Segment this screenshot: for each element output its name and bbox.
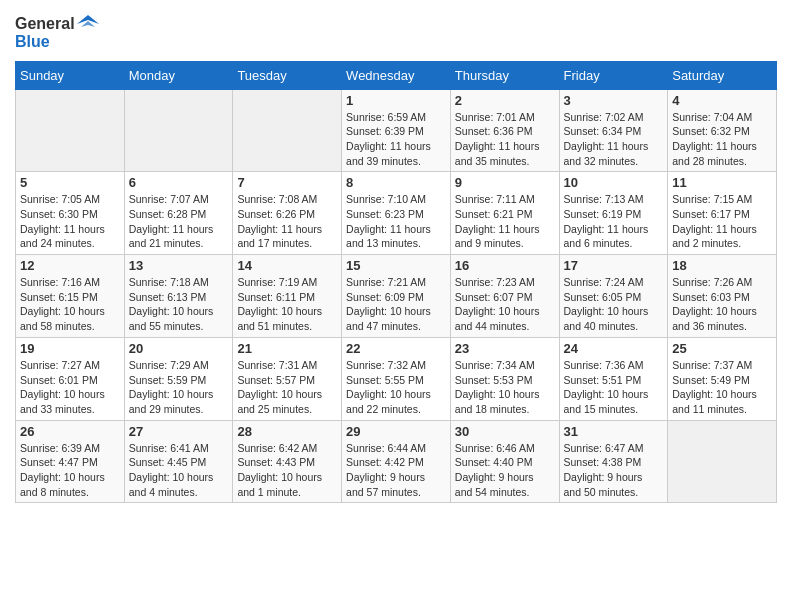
calendar-cell: 21Sunrise: 7:31 AMSunset: 5:57 PMDayligh…	[233, 337, 342, 420]
day-number: 16	[455, 258, 555, 273]
calendar-cell: 11Sunrise: 7:15 AMSunset: 6:17 PMDayligh…	[668, 172, 777, 255]
day-info: Sunrise: 7:37 AMSunset: 5:49 PMDaylight:…	[672, 358, 772, 417]
weekday-header-friday: Friday	[559, 61, 668, 89]
day-number: 12	[20, 258, 120, 273]
calendar-cell: 7Sunrise: 7:08 AMSunset: 6:26 PMDaylight…	[233, 172, 342, 255]
day-info: Sunrise: 7:32 AMSunset: 5:55 PMDaylight:…	[346, 358, 446, 417]
weekday-header-row: SundayMondayTuesdayWednesdayThursdayFrid…	[16, 61, 777, 89]
day-number: 27	[129, 424, 229, 439]
calendar-cell: 29Sunrise: 6:44 AMSunset: 4:42 PMDayligh…	[342, 420, 451, 503]
day-info: Sunrise: 7:26 AMSunset: 6:03 PMDaylight:…	[672, 275, 772, 334]
day-number: 4	[672, 93, 772, 108]
calendar-cell: 17Sunrise: 7:24 AMSunset: 6:05 PMDayligh…	[559, 255, 668, 338]
weekday-header-wednesday: Wednesday	[342, 61, 451, 89]
calendar-cell: 12Sunrise: 7:16 AMSunset: 6:15 PMDayligh…	[16, 255, 125, 338]
day-number: 14	[237, 258, 337, 273]
day-info: Sunrise: 7:27 AMSunset: 6:01 PMDaylight:…	[20, 358, 120, 417]
day-info: Sunrise: 7:04 AMSunset: 6:32 PMDaylight:…	[672, 110, 772, 169]
calendar-cell: 8Sunrise: 7:10 AMSunset: 6:23 PMDaylight…	[342, 172, 451, 255]
calendar-cell: 1Sunrise: 6:59 AMSunset: 6:39 PMDaylight…	[342, 89, 451, 172]
day-info: Sunrise: 7:02 AMSunset: 6:34 PMDaylight:…	[564, 110, 664, 169]
day-info: Sunrise: 7:18 AMSunset: 6:13 PMDaylight:…	[129, 275, 229, 334]
day-number: 25	[672, 341, 772, 356]
day-number: 20	[129, 341, 229, 356]
day-number: 22	[346, 341, 446, 356]
calendar-cell: 19Sunrise: 7:27 AMSunset: 6:01 PMDayligh…	[16, 337, 125, 420]
day-number: 8	[346, 175, 446, 190]
day-number: 18	[672, 258, 772, 273]
day-info: Sunrise: 7:16 AMSunset: 6:15 PMDaylight:…	[20, 275, 120, 334]
calendar-week-row: 26Sunrise: 6:39 AMSunset: 4:47 PMDayligh…	[16, 420, 777, 503]
day-info: Sunrise: 7:36 AMSunset: 5:51 PMDaylight:…	[564, 358, 664, 417]
day-number: 29	[346, 424, 446, 439]
day-info: Sunrise: 7:31 AMSunset: 5:57 PMDaylight:…	[237, 358, 337, 417]
calendar-cell	[668, 420, 777, 503]
calendar-cell: 24Sunrise: 7:36 AMSunset: 5:51 PMDayligh…	[559, 337, 668, 420]
calendar-week-row: 1Sunrise: 6:59 AMSunset: 6:39 PMDaylight…	[16, 89, 777, 172]
day-info: Sunrise: 6:39 AMSunset: 4:47 PMDaylight:…	[20, 441, 120, 500]
day-number: 24	[564, 341, 664, 356]
calendar-cell: 26Sunrise: 6:39 AMSunset: 4:47 PMDayligh…	[16, 420, 125, 503]
day-info: Sunrise: 6:44 AMSunset: 4:42 PMDaylight:…	[346, 441, 446, 500]
logo-blue: Blue	[15, 33, 50, 51]
day-number: 2	[455, 93, 555, 108]
calendar-cell: 3Sunrise: 7:02 AMSunset: 6:34 PMDaylight…	[559, 89, 668, 172]
calendar-cell: 10Sunrise: 7:13 AMSunset: 6:19 PMDayligh…	[559, 172, 668, 255]
day-info: Sunrise: 7:15 AMSunset: 6:17 PMDaylight:…	[672, 192, 772, 251]
calendar-week-row: 19Sunrise: 7:27 AMSunset: 6:01 PMDayligh…	[16, 337, 777, 420]
calendar-week-row: 12Sunrise: 7:16 AMSunset: 6:15 PMDayligh…	[16, 255, 777, 338]
day-number: 3	[564, 93, 664, 108]
day-number: 30	[455, 424, 555, 439]
weekday-header-saturday: Saturday	[668, 61, 777, 89]
day-info: Sunrise: 6:46 AMSunset: 4:40 PMDaylight:…	[455, 441, 555, 500]
day-info: Sunrise: 6:59 AMSunset: 6:39 PMDaylight:…	[346, 110, 446, 169]
day-number: 23	[455, 341, 555, 356]
logo: General Blue	[15, 15, 99, 51]
day-number: 9	[455, 175, 555, 190]
day-number: 15	[346, 258, 446, 273]
day-number: 6	[129, 175, 229, 190]
calendar-cell: 6Sunrise: 7:07 AMSunset: 6:28 PMDaylight…	[124, 172, 233, 255]
day-number: 13	[129, 258, 229, 273]
weekday-header-sunday: Sunday	[16, 61, 125, 89]
day-info: Sunrise: 7:10 AMSunset: 6:23 PMDaylight:…	[346, 192, 446, 251]
calendar-cell: 2Sunrise: 7:01 AMSunset: 6:36 PMDaylight…	[450, 89, 559, 172]
day-number: 21	[237, 341, 337, 356]
calendar-cell: 23Sunrise: 7:34 AMSunset: 5:53 PMDayligh…	[450, 337, 559, 420]
day-info: Sunrise: 7:13 AMSunset: 6:19 PMDaylight:…	[564, 192, 664, 251]
day-info: Sunrise: 7:05 AMSunset: 6:30 PMDaylight:…	[20, 192, 120, 251]
weekday-header-thursday: Thursday	[450, 61, 559, 89]
day-info: Sunrise: 7:34 AMSunset: 5:53 PMDaylight:…	[455, 358, 555, 417]
day-number: 17	[564, 258, 664, 273]
calendar-cell: 15Sunrise: 7:21 AMSunset: 6:09 PMDayligh…	[342, 255, 451, 338]
calendar-cell: 25Sunrise: 7:37 AMSunset: 5:49 PMDayligh…	[668, 337, 777, 420]
calendar-cell: 14Sunrise: 7:19 AMSunset: 6:11 PMDayligh…	[233, 255, 342, 338]
calendar-container: General Blue SundayMondayTuesdayWednesda…	[0, 0, 792, 518]
calendar-cell: 13Sunrise: 7:18 AMSunset: 6:13 PMDayligh…	[124, 255, 233, 338]
calendar-cell: 4Sunrise: 7:04 AMSunset: 6:32 PMDaylight…	[668, 89, 777, 172]
calendar-cell: 5Sunrise: 7:05 AMSunset: 6:30 PMDaylight…	[16, 172, 125, 255]
calendar-cell: 16Sunrise: 7:23 AMSunset: 6:07 PMDayligh…	[450, 255, 559, 338]
day-number: 11	[672, 175, 772, 190]
day-info: Sunrise: 7:11 AMSunset: 6:21 PMDaylight:…	[455, 192, 555, 251]
logo-text-block: General Blue	[15, 15, 99, 51]
day-number: 7	[237, 175, 337, 190]
calendar-cell	[16, 89, 125, 172]
calendar-cell: 20Sunrise: 7:29 AMSunset: 5:59 PMDayligh…	[124, 337, 233, 420]
day-info: Sunrise: 7:19 AMSunset: 6:11 PMDaylight:…	[237, 275, 337, 334]
day-info: Sunrise: 7:07 AMSunset: 6:28 PMDaylight:…	[129, 192, 229, 251]
calendar-cell	[233, 89, 342, 172]
calendar-cell: 27Sunrise: 6:41 AMSunset: 4:45 PMDayligh…	[124, 420, 233, 503]
day-info: Sunrise: 7:23 AMSunset: 6:07 PMDaylight:…	[455, 275, 555, 334]
calendar-cell	[124, 89, 233, 172]
day-number: 10	[564, 175, 664, 190]
day-info: Sunrise: 6:42 AMSunset: 4:43 PMDaylight:…	[237, 441, 337, 500]
calendar-cell: 31Sunrise: 6:47 AMSunset: 4:38 PMDayligh…	[559, 420, 668, 503]
weekday-header-monday: Monday	[124, 61, 233, 89]
day-info: Sunrise: 6:41 AMSunset: 4:45 PMDaylight:…	[129, 441, 229, 500]
day-number: 31	[564, 424, 664, 439]
day-info: Sunrise: 7:21 AMSunset: 6:09 PMDaylight:…	[346, 275, 446, 334]
day-number: 26	[20, 424, 120, 439]
calendar-table: SundayMondayTuesdayWednesdayThursdayFrid…	[15, 61, 777, 504]
day-info: Sunrise: 7:24 AMSunset: 6:05 PMDaylight:…	[564, 275, 664, 334]
